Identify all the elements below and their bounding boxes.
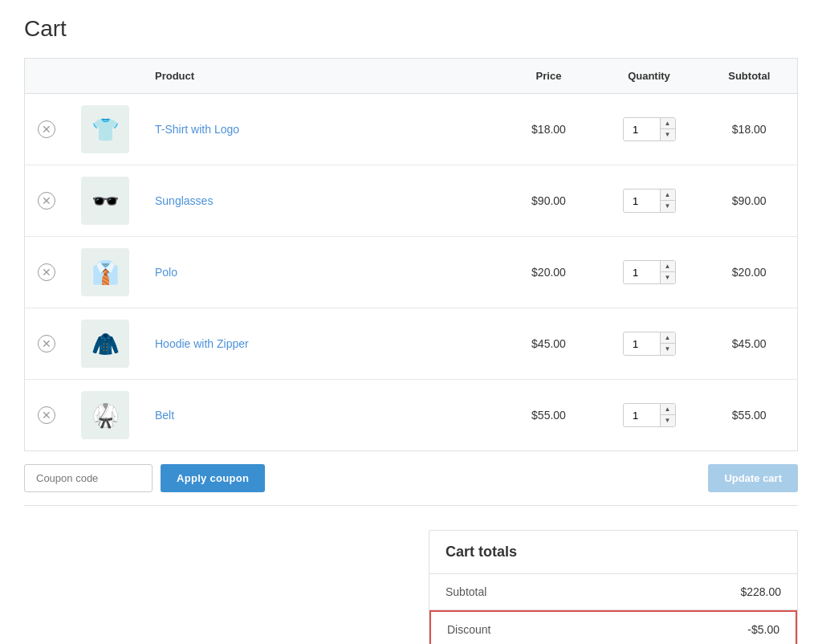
quantity-stepper[interactable]: ▲ ▼ xyxy=(623,260,676,284)
product-subtotal: $90.00 xyxy=(732,194,767,207)
qty-up-button[interactable]: ▲ xyxy=(661,404,675,415)
remove-item-button[interactable]: ✕ xyxy=(38,120,55,138)
product-price: $20.00 xyxy=(531,266,566,279)
quantity-input[interactable] xyxy=(624,406,660,426)
qty-down-button[interactable]: ▼ xyxy=(661,415,675,426)
qty-up-button[interactable]: ▲ xyxy=(661,190,675,201)
subtotal-row: Subtotal $228.00 xyxy=(429,574,797,610)
qty-down-button[interactable]: ▼ xyxy=(661,129,675,141)
product-image: 🥋 xyxy=(81,391,129,439)
update-cart-button[interactable]: Update cart xyxy=(708,464,798,492)
qty-arrows: ▲ ▼ xyxy=(660,404,675,426)
quantity-input[interactable] xyxy=(624,191,660,211)
quantity-stepper[interactable]: ▲ ▼ xyxy=(623,332,676,356)
col-header-price: Price xyxy=(501,59,597,94)
product-image: 🕶️ xyxy=(81,177,129,225)
totals-body: Subtotal $228.00 Discount -$5.00 Total $… xyxy=(429,574,797,644)
qty-down-button[interactable]: ▼ xyxy=(661,201,675,212)
quantity-stepper[interactable]: ▲ ▼ xyxy=(623,117,676,141)
product-price: $45.00 xyxy=(531,337,566,350)
col-header-product: Product xyxy=(142,59,501,94)
product-price: $18.00 xyxy=(531,123,566,136)
product-price: $55.00 xyxy=(531,409,566,422)
product-link[interactable]: Hoodie with Zipper xyxy=(155,337,249,350)
subtotal-value: $228.00 xyxy=(740,585,781,598)
qty-down-button[interactable]: ▼ xyxy=(661,272,675,283)
qty-up-button[interactable]: ▲ xyxy=(661,118,675,129)
product-link[interactable]: T-Shirt with Logo xyxy=(155,123,239,136)
qty-up-button[interactable]: ▲ xyxy=(661,332,675,344)
product-link[interactable]: Sunglasses xyxy=(155,194,213,207)
table-row: ✕ 👔 Polo $20.00 ▲ ▼ $2 xyxy=(25,237,798,308)
cart-totals-box: Cart totals Subtotal $228.00 Discount -$… xyxy=(429,530,798,644)
product-image: 🧥 xyxy=(81,320,129,368)
qty-up-button[interactable]: ▲ xyxy=(661,261,675,272)
table-row: ✕ 👕 T-Shirt with Logo $18.00 ▲ ▼ xyxy=(25,94,798,165)
table-row: ✕ 🧥 Hoodie with Zipper $45.00 ▲ ▼ xyxy=(25,308,798,380)
qty-arrows: ▲ ▼ xyxy=(660,332,675,355)
coupon-input[interactable] xyxy=(24,464,153,492)
cart-table: Product Price Quantity Subtotal ✕ 👕 T-Sh… xyxy=(24,58,798,451)
quantity-stepper[interactable]: ▲ ▼ xyxy=(623,189,676,213)
discount-row: Discount -$5.00 xyxy=(429,610,797,644)
col-header-quantity: Quantity xyxy=(597,59,702,94)
cart-actions: Apply coupon Update cart xyxy=(24,451,798,506)
cart-totals-header: Cart totals xyxy=(429,531,797,574)
quantity-stepper[interactable]: ▲ ▼ xyxy=(623,403,676,427)
product-image: 👔 xyxy=(81,248,129,296)
quantity-input[interactable] xyxy=(624,263,660,283)
discount-label: Discount xyxy=(447,623,490,636)
product-subtotal: $55.00 xyxy=(732,409,767,422)
remove-item-button[interactable]: ✕ xyxy=(38,192,55,210)
product-subtotal: $18.00 xyxy=(732,123,767,136)
product-subtotal: $45.00 xyxy=(732,337,767,350)
remove-item-button[interactable]: ✕ xyxy=(38,335,55,353)
qty-arrows: ▲ ▼ xyxy=(660,261,675,283)
apply-coupon-button[interactable]: Apply coupon xyxy=(161,464,265,492)
product-link[interactable]: Belt xyxy=(155,409,174,422)
discount-value: -$5.00 xyxy=(747,623,779,636)
cart-totals-section: Cart totals Subtotal $228.00 Discount -$… xyxy=(24,530,798,644)
product-image: 👕 xyxy=(81,105,129,153)
col-header-image xyxy=(68,59,142,94)
remove-item-button[interactable]: ✕ xyxy=(38,406,55,424)
product-link[interactable]: Polo xyxy=(155,266,177,279)
qty-arrows: ▲ ▼ xyxy=(660,190,675,212)
product-price: $90.00 xyxy=(531,194,566,207)
table-row: ✕ 🥋 Belt $55.00 ▲ ▼ $5 xyxy=(25,380,798,451)
product-subtotal: $20.00 xyxy=(732,266,767,279)
page-title: Cart xyxy=(24,16,798,42)
qty-down-button[interactable]: ▼ xyxy=(661,344,675,355)
remove-item-button[interactable]: ✕ xyxy=(38,263,55,281)
quantity-input[interactable] xyxy=(624,120,660,140)
qty-arrows: ▲ ▼ xyxy=(660,118,675,141)
col-header-remove xyxy=(25,59,69,94)
subtotal-label: Subtotal xyxy=(446,585,486,598)
table-row: ✕ 🕶️ Sunglasses $90.00 ▲ ▼ xyxy=(25,165,798,237)
col-header-subtotal: Subtotal xyxy=(702,59,798,94)
quantity-input[interactable] xyxy=(624,334,660,354)
